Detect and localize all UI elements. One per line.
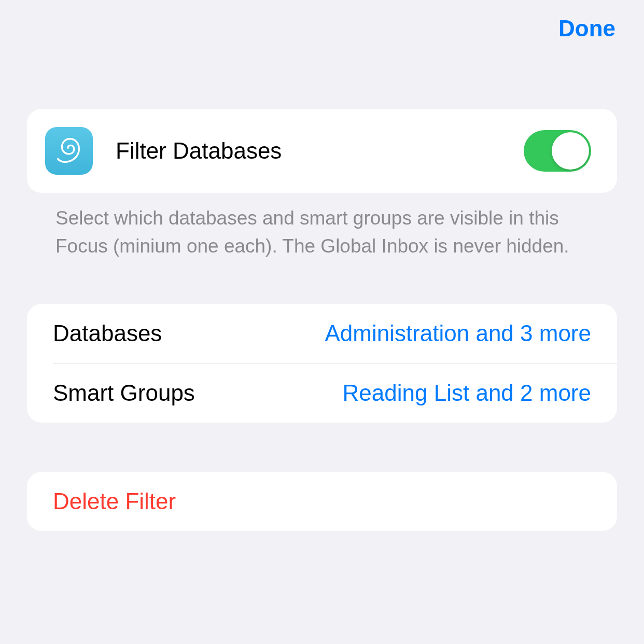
databases-row[interactable]: Databases Administration and 3 more [27, 304, 617, 363]
options-card: Databases Administration and 3 more Smar… [27, 304, 617, 423]
filter-toggle[interactable] [524, 130, 591, 172]
filter-databases-row: Filter Databases [27, 109, 617, 193]
smartgroups-value: Reading List and 2 more [343, 380, 591, 406]
filter-title-label: Filter Databases [116, 138, 524, 164]
databases-label: Databases [53, 320, 162, 346]
smartgroups-row[interactable]: Smart Groups Reading List and 2 more [27, 363, 617, 423]
smartgroups-label: Smart Groups [53, 380, 195, 406]
toggle-knob [552, 132, 589, 170]
header: Done [0, 0, 644, 41]
delete-label: Delete Filter [53, 488, 591, 514]
filter-card: Filter Databases [27, 109, 617, 193]
delete-card: Delete Filter [27, 472, 617, 531]
delete-filter-button[interactable]: Delete Filter [27, 472, 617, 531]
databases-value: Administration and 3 more [325, 320, 591, 346]
filter-description: Select which databases and smart groups … [27, 193, 617, 260]
content: Filter Databases Select which databases … [0, 109, 644, 531]
shell-icon [45, 127, 93, 175]
done-button[interactable]: Done [558, 16, 615, 41]
